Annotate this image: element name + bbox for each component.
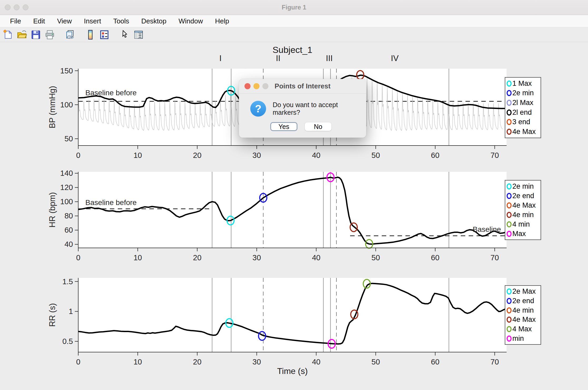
y-tick-label: 80 bbox=[65, 212, 73, 220]
legend-marker-ring bbox=[507, 231, 512, 237]
y-tick-label: 0.5 bbox=[62, 337, 73, 346]
legend-item: 2e end bbox=[507, 192, 540, 200]
legend-marker-ring bbox=[507, 109, 512, 116]
legend-item: 2e end bbox=[507, 297, 540, 305]
x-tick-label: 70 bbox=[491, 151, 499, 159]
rr-chart[interactable]: 0102030405060700.511.5RR (s) bbox=[78, 278, 507, 352]
legend-marker-ring bbox=[507, 326, 512, 332]
window-title: Figure 1 bbox=[0, 0, 588, 15]
dialog-titlebar: Points of Interest bbox=[239, 79, 366, 94]
x-tick-label: 40 bbox=[312, 253, 320, 262]
y-tick-label: 150 bbox=[60, 67, 73, 75]
menu-item-file[interactable]: File bbox=[10, 17, 21, 25]
legend-marker-ring bbox=[507, 119, 512, 125]
legend-item-label: 2l Max bbox=[512, 99, 533, 107]
x-tick-label: 10 bbox=[134, 358, 142, 366]
menu-item-insert[interactable]: Insert bbox=[84, 17, 101, 25]
legend-item-label: 2e min bbox=[512, 89, 534, 97]
legend-marker-ring bbox=[507, 202, 512, 208]
legend-marker-ring bbox=[507, 90, 512, 96]
x-tick-label: 20 bbox=[193, 253, 202, 262]
legend-item: min bbox=[507, 334, 540, 343]
x-tick-label: 70 bbox=[491, 358, 499, 366]
bp-legend[interactable]: 1 Max2e min2l Max2l end3 end4e Max bbox=[505, 77, 541, 138]
legend-item: 1 Max bbox=[507, 79, 540, 88]
hr-legend[interactable]: 2e min2e end4e Max4e min4 minMax bbox=[505, 180, 541, 240]
hr-chart[interactable]: 010203040506070406080100120140HR (bpm)Ba… bbox=[78, 172, 507, 248]
x-tick-label: 50 bbox=[371, 358, 380, 366]
menu-item-view[interactable]: View bbox=[57, 17, 72, 25]
menu-item-edit[interactable]: Edit bbox=[33, 17, 45, 25]
plot-area[interactable] bbox=[78, 172, 507, 248]
x-tick-label: 10 bbox=[134, 151, 142, 159]
region-label-ii: II bbox=[276, 54, 280, 63]
legend-item: 2e min bbox=[507, 182, 540, 191]
legend-item: 4 Max bbox=[507, 325, 540, 333]
window-titlebar: Figure 1 bbox=[0, 0, 588, 15]
insert-colorbar-icon[interactable] bbox=[85, 29, 96, 41]
legend-item: 4e min bbox=[507, 211, 540, 219]
menu-bar: FileEditViewInsertToolsDesktopWindowHelp bbox=[0, 15, 588, 27]
legend-item-label: 4e Max bbox=[512, 128, 536, 136]
x-tick-label: 70 bbox=[491, 253, 499, 262]
plot-area[interactable] bbox=[78, 278, 507, 352]
plot-browser-icon[interactable] bbox=[133, 29, 144, 41]
menu-item-window[interactable]: Window bbox=[179, 17, 203, 25]
x-tick-label: 60 bbox=[431, 358, 439, 366]
new-figure-icon[interactable] bbox=[2, 29, 14, 41]
y-axis-label: BP (mmHg) bbox=[48, 86, 57, 128]
pointer-icon[interactable] bbox=[119, 29, 130, 41]
legend-marker-ring bbox=[507, 298, 512, 304]
y-tick-label: 50 bbox=[65, 134, 73, 143]
y-tick-label: 60 bbox=[65, 226, 73, 234]
legend-item-label: 4 min bbox=[512, 220, 530, 228]
menu-item-desktop[interactable]: Desktop bbox=[141, 17, 166, 25]
x-tick-label: 10 bbox=[134, 253, 142, 262]
yes-button[interactable]: Yes bbox=[270, 122, 297, 131]
legend-item: 4e min bbox=[507, 306, 540, 314]
x-tick-label: 20 bbox=[193, 151, 202, 159]
legend-item-label: Max bbox=[512, 230, 526, 238]
legend-marker-ring bbox=[507, 129, 512, 135]
legend-item: 2e min bbox=[507, 89, 540, 97]
legend-item: 4e Max bbox=[507, 201, 540, 209]
legend-marker-ring bbox=[507, 193, 512, 199]
y-tick-label: 1 bbox=[69, 307, 73, 316]
x-tick-label: 60 bbox=[431, 151, 439, 159]
print-figure-icon[interactable] bbox=[44, 29, 56, 41]
menu-item-help[interactable]: Help bbox=[215, 17, 229, 25]
legend-item-label: 2l end bbox=[512, 108, 532, 117]
no-button[interactable]: No bbox=[305, 122, 332, 131]
legend-marker-ring bbox=[507, 183, 512, 189]
legend-item-label: min bbox=[512, 334, 524, 343]
rr-legend[interactable]: 2e Max2e end4e min4e Max4 Maxmin bbox=[505, 285, 541, 345]
x-tick-label: 60 bbox=[431, 253, 439, 262]
x-tick-label: 0 bbox=[76, 151, 80, 159]
insert-legend-icon[interactable] bbox=[99, 29, 110, 41]
x-tick-label: 0 bbox=[76, 253, 80, 262]
figure-title: Subject_1 bbox=[78, 45, 507, 55]
legend-item: 2e Max bbox=[507, 287, 540, 296]
save-figure-icon[interactable] bbox=[30, 29, 42, 41]
y-axis-label: RR (s) bbox=[48, 303, 57, 327]
y-tick-label: 100 bbox=[60, 197, 73, 206]
legend-item: 2l Max bbox=[507, 99, 540, 107]
menu-item-tools[interactable]: Tools bbox=[113, 17, 129, 25]
baseline-annotation: Baseline before bbox=[85, 198, 137, 207]
x-tick-label: 20 bbox=[193, 358, 202, 366]
legend-marker-ring bbox=[507, 336, 512, 342]
legend-marker-ring bbox=[507, 307, 512, 313]
legend-item: Max bbox=[507, 230, 540, 238]
link-plot-icon[interactable] bbox=[64, 29, 76, 41]
legend-item-label: 2e end bbox=[512, 297, 534, 305]
x-tick-label: 40 bbox=[312, 358, 320, 366]
open-file-icon[interactable] bbox=[16, 29, 28, 41]
x-tick-label: 50 bbox=[371, 253, 380, 262]
y-tick-label: 140 bbox=[60, 169, 73, 177]
legend-marker-ring bbox=[507, 221, 512, 227]
legend-item: 3 end bbox=[507, 118, 540, 126]
legend-item: 4e Max bbox=[507, 316, 540, 324]
legend-item-label: 4e Max bbox=[512, 316, 536, 324]
legend-item-label: 2e min bbox=[512, 182, 534, 191]
legend-item-label: 3 end bbox=[512, 118, 530, 126]
